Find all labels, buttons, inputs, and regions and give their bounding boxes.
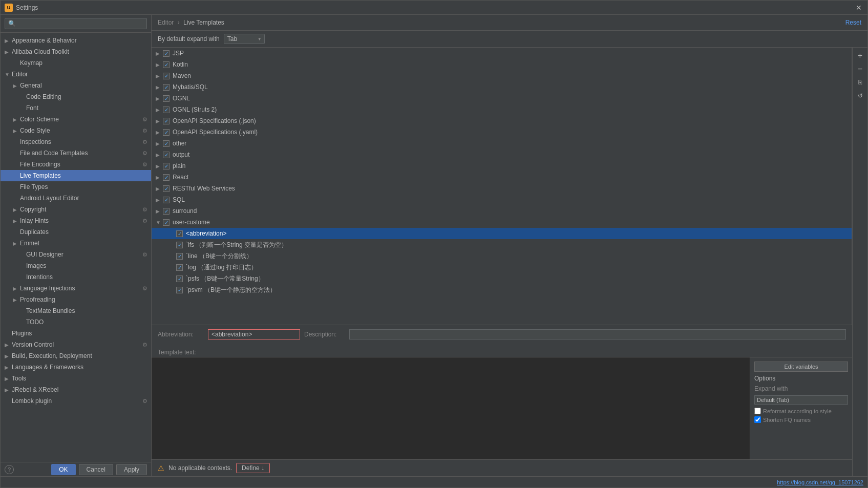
sidebar-item-appearance[interactable]: ▶ Appearance & Behavior xyxy=(1,35,151,46)
checkbox-kotlin[interactable] xyxy=(163,61,170,68)
template-item-ifs[interactable]: `ifs （判断一个String 变量是否为空） xyxy=(152,239,852,250)
expand-with-select[interactable]: Default (Tab) Tab Enter Space xyxy=(754,395,848,405)
group-mybatis[interactable]: ▶ Mybatis/SQL xyxy=(152,81,852,93)
description-input[interactable] xyxy=(349,329,846,340)
group-react[interactable]: ▶ React xyxy=(152,172,852,183)
group-ognl-struts[interactable]: ▶ OGNL (Struts 2) xyxy=(152,104,852,115)
sidebar-item-emmet[interactable]: ▶ Emmet xyxy=(1,238,151,249)
template-item-psvm[interactable]: `psvm （B键一个静态的空方法） xyxy=(152,284,852,295)
group-surround[interactable]: ▶ surround xyxy=(152,205,852,217)
help-button[interactable]: ? xyxy=(5,465,14,474)
group-output[interactable]: ▶ output xyxy=(152,149,852,160)
checkbox-maven[interactable] xyxy=(163,73,170,79)
template-item-log[interactable]: `log （通过log 打印日志） xyxy=(152,262,852,273)
group-openapi-json[interactable]: ▶ OpenAPI Specifications (.json) xyxy=(152,115,852,126)
abbreviation-input[interactable] xyxy=(208,329,300,340)
sidebar-item-jrebel[interactable]: ▶ JRebel & XRebel xyxy=(1,384,151,395)
sidebar-item-gui-designer[interactable]: GUI Designer ⚙ xyxy=(1,249,151,260)
group-kotlin[interactable]: ▶ Kotlin xyxy=(152,59,852,70)
checkbox-restful[interactable] xyxy=(163,185,170,192)
sidebar-item-android-layout[interactable]: Android Layout Editor xyxy=(1,193,151,204)
checkbox-ognl-struts[interactable] xyxy=(163,107,170,113)
sidebar-item-intentions[interactable]: Intentions xyxy=(1,271,151,283)
checkbox-react[interactable] xyxy=(163,174,170,181)
sidebar-item-keymap[interactable]: Keymap xyxy=(1,57,151,69)
sidebar-item-editor[interactable]: ▼ Editor xyxy=(1,69,151,80)
checkbox-ifs[interactable] xyxy=(176,242,183,248)
group-maven[interactable]: ▶ Maven xyxy=(152,70,852,81)
search-input[interactable] xyxy=(5,18,147,29)
group-user-custome[interactable]: ▼ user-custome xyxy=(152,217,852,228)
ok-button[interactable]: OK xyxy=(51,464,75,475)
sidebar-item-inspections[interactable]: Inspections ⚙ xyxy=(1,136,151,147)
group-ognl[interactable]: ▶ OGNL xyxy=(152,93,852,104)
checkbox-openapi-yaml[interactable] xyxy=(163,129,170,136)
edit-variables-button[interactable]: Edit variables xyxy=(754,362,848,372)
sidebar-item-version-control[interactable]: ▶ Version Control ⚙ xyxy=(1,339,151,350)
reset-button[interactable]: Reset xyxy=(845,19,861,26)
apply-button[interactable]: Apply xyxy=(116,464,147,475)
template-item-abbreviation[interactable]: <abbreviation> xyxy=(152,228,852,239)
gear-icon: ⚙ xyxy=(141,397,149,405)
checkbox-sql[interactable] xyxy=(163,197,170,203)
checkbox-output[interactable] xyxy=(163,152,170,158)
add-button[interactable]: + xyxy=(854,50,866,62)
shorten-checkbox[interactable] xyxy=(754,416,761,423)
copy-button[interactable]: ⎘ xyxy=(854,76,866,89)
cancel-button[interactable]: Cancel xyxy=(79,464,113,475)
sidebar-item-file-types[interactable]: File Types xyxy=(1,181,151,193)
checkbox-log[interactable] xyxy=(176,264,183,271)
close-button[interactable]: ✕ xyxy=(854,3,863,12)
sidebar-item-lombok[interactable]: Lombok plugin ⚙ xyxy=(1,395,151,407)
sidebar-item-images[interactable]: Images xyxy=(1,260,151,271)
sidebar-item-color-scheme[interactable]: ▶ Color Scheme ⚙ xyxy=(1,114,151,125)
sidebar-item-proofreading[interactable]: ▶ Proofreading xyxy=(1,294,151,305)
sidebar-item-todo[interactable]: TODO xyxy=(1,316,151,328)
sidebar-item-font[interactable]: Font xyxy=(1,102,151,114)
group-jsp[interactable]: ▶ JSP xyxy=(152,48,852,59)
sidebar-item-copyright[interactable]: ▶ Copyright ⚙ xyxy=(1,204,151,215)
checkbox-surround[interactable] xyxy=(163,208,170,215)
checkbox-mybatis[interactable] xyxy=(163,84,170,91)
sidebar-item-textmate[interactable]: TextMate Bundles xyxy=(1,305,151,316)
checkbox-line[interactable] xyxy=(176,253,183,260)
sidebar-item-plugins[interactable]: Plugins xyxy=(1,328,151,339)
checkbox-other[interactable] xyxy=(163,140,170,147)
restore-button[interactable]: ↺ xyxy=(854,90,866,102)
sidebar-item-tools[interactable]: ▶ Tools xyxy=(1,373,151,384)
sidebar-item-live-templates[interactable]: Live Templates xyxy=(1,170,151,181)
checkbox-psfs[interactable] xyxy=(176,275,183,282)
template-item-line[interactable]: `line （B键一个分割线） xyxy=(152,250,852,262)
checkbox-plain[interactable] xyxy=(163,163,170,169)
sidebar-item-file-code-templates[interactable]: File and Code Templates ⚙ xyxy=(1,147,151,159)
status-url[interactable]: https://blog.csdn.net/qq_15071262 xyxy=(777,479,863,485)
sidebar-item-general[interactable]: ▶ General xyxy=(1,80,151,91)
group-sql[interactable]: ▶ SQL xyxy=(152,194,852,205)
sidebar-item-languages[interactable]: ▶ Languages & Frameworks xyxy=(1,362,151,373)
template-editor[interactable] xyxy=(152,357,750,459)
sidebar-item-code-style[interactable]: ▶ Code Style ⚙ xyxy=(1,125,151,136)
sidebar-item-file-encodings[interactable]: File Encodings ⚙ xyxy=(1,159,151,170)
reformat-checkbox[interactable] xyxy=(754,408,761,414)
template-item-psfs[interactable]: `psfs （B键一个常量String） xyxy=(152,273,852,284)
checkbox-ognl[interactable] xyxy=(163,95,170,102)
checkbox-openapi-json[interactable] xyxy=(163,118,170,124)
arrow-icon: ▶ xyxy=(5,49,12,55)
checkbox-psvm[interactable] xyxy=(176,287,183,293)
expand-select[interactable]: Tab Enter Space xyxy=(224,34,265,44)
sidebar-item-duplicates[interactable]: Duplicates xyxy=(1,226,151,238)
group-openapi-yaml[interactable]: ▶ OpenAPI Specifications (.yaml) xyxy=(152,126,852,138)
checkbox-abbreviation[interactable] xyxy=(176,230,183,237)
remove-button[interactable]: − xyxy=(854,63,866,75)
sidebar-item-build-exec[interactable]: ▶ Build, Execution, Deployment xyxy=(1,350,151,362)
sidebar-item-code-editing[interactable]: Code Editing xyxy=(1,91,151,102)
sidebar-item-alibaba[interactable]: ▶ Alibaba Cloud Toolkit xyxy=(1,46,151,57)
define-button[interactable]: Define ↓ xyxy=(236,463,270,473)
checkbox-jsp[interactable] xyxy=(163,50,170,57)
group-restful[interactable]: ▶ RESTful Web Services xyxy=(152,183,852,194)
checkbox-user-custome[interactable] xyxy=(163,219,170,226)
sidebar-item-language-injections[interactable]: ▶ Language Injections ⚙ xyxy=(1,283,151,294)
sidebar-item-inlay-hints[interactable]: ▶ Inlay Hints ⚙ xyxy=(1,215,151,226)
group-other[interactable]: ▶ other xyxy=(152,138,852,149)
group-plain[interactable]: ▶ plain xyxy=(152,160,852,172)
